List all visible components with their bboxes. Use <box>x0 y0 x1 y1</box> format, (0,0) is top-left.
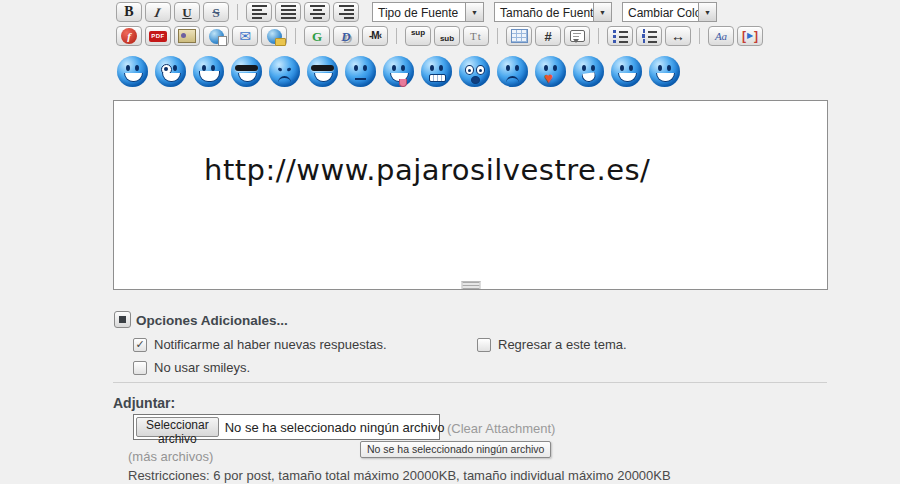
font-size-select[interactable]: Tamaño de Fuente▼ <box>494 2 612 22</box>
collapse-toggle-icon[interactable] <box>114 311 131 328</box>
return-to-topic-option: Regresar a este tema. <box>477 337 627 352</box>
teletype-button[interactable]: Tt <box>463 26 489 46</box>
toolbar-separator <box>497 28 498 44</box>
smiley-grin-icon[interactable] <box>231 56 262 87</box>
toolbar-separator <box>598 28 599 44</box>
smiley-mouth <box>238 73 257 82</box>
sunglasses <box>311 65 334 71</box>
quote-icon <box>570 30 585 42</box>
smiley-eye <box>363 65 367 71</box>
pdf-button[interactable]: PDF <box>145 26 171 46</box>
flash-button[interactable]: f <box>116 26 142 46</box>
smiley-mouth <box>199 71 220 82</box>
image-button[interactable] <box>174 26 200 46</box>
glow-icon: G <box>312 30 322 43</box>
smiley-embarrassed-icon[interactable] <box>573 56 604 87</box>
table-button[interactable] <box>506 26 532 46</box>
sunglasses <box>235 65 258 71</box>
email-button[interactable]: ✉ <box>232 26 258 46</box>
smiley-eye <box>515 65 519 71</box>
align-left-button[interactable] <box>246 2 272 22</box>
smiley-kiss-icon[interactable]: ♥ <box>535 56 566 87</box>
toggle-view-icon: ▶ <box>742 30 758 42</box>
smiley-eye <box>465 65 474 75</box>
shadow-button[interactable]: D <box>333 26 359 46</box>
quote-button[interactable] <box>564 26 590 46</box>
sup-button[interactable]: sup <box>405 26 431 46</box>
smiley-eye <box>658 65 662 71</box>
sup-icon: sup <box>411 29 425 37</box>
smiley-smiley-icon[interactable] <box>117 56 148 87</box>
smiley-eye <box>439 65 443 71</box>
underline-button[interactable]: U <box>174 2 200 22</box>
teletype-icon: Tt <box>470 31 482 42</box>
toggle-view-button[interactable]: ▶ <box>737 26 763 46</box>
dropdown-arrow-icon[interactable]: ▼ <box>593 3 611 21</box>
resize-grip[interactable] <box>461 281 480 289</box>
smiley-mouth <box>355 75 366 80</box>
font-color-select[interactable]: Cambiar Color▼ <box>622 2 717 22</box>
notify-checkbox[interactable]: ✓ <box>133 338 147 352</box>
additional-options-title: Opciones Adicionales... <box>136 313 288 328</box>
smiley-shocked-icon[interactable] <box>459 56 490 87</box>
toolbar-separator <box>396 28 397 44</box>
smiley-mouth <box>656 73 675 82</box>
smiley-eye <box>135 65 139 71</box>
attach-title: Adjuntar: <box>113 395 175 411</box>
align-right-button[interactable] <box>333 2 359 22</box>
unordered-list-button[interactable] <box>607 26 633 46</box>
link-button[interactable] <box>203 26 229 46</box>
underline-icon: U <box>182 6 191 19</box>
smiley-sad-icon[interactable] <box>497 56 528 87</box>
smiley-mouth <box>618 73 637 82</box>
marquee-icon: -M‹ <box>369 31 381 41</box>
smiley-eye <box>287 67 292 71</box>
smiley-grimace-icon[interactable] <box>421 56 452 87</box>
ftp-button[interactable] <box>261 26 287 46</box>
strikethrough-button[interactable]: S <box>203 2 229 22</box>
smiley-smile2-icon[interactable] <box>649 56 680 87</box>
glow-button[interactable]: G <box>304 26 330 46</box>
select-file-button[interactable]: Seleccionar archivo <box>136 417 219 437</box>
smiley-cheesy-icon[interactable] <box>193 56 224 87</box>
smiley-eye <box>667 65 671 71</box>
smiley-eye <box>582 65 586 71</box>
ftp-icon <box>267 29 282 44</box>
smiley-cool-icon[interactable] <box>307 56 338 87</box>
ordered-list-button[interactable] <box>636 26 662 46</box>
message-textarea[interactable]: http://www.pajarosilvestre.es/ <box>113 100 828 290</box>
toolbar-separator <box>699 28 700 44</box>
file-input[interactable]: Seleccionar archivo No se ha seleccionad… <box>133 414 440 440</box>
smiley-eye <box>126 65 130 71</box>
return-to-topic-checkbox[interactable] <box>477 338 491 352</box>
dropdown-arrow-icon[interactable]: ▼ <box>698 3 716 21</box>
smiley-wink-icon[interactable] <box>155 56 186 87</box>
bold-button[interactable]: B <box>116 2 142 22</box>
attach-restrictions-text: Restricciones: 6 por post, tamaño total … <box>128 468 671 483</box>
horizontal-rule-button[interactable]: ↔ <box>665 26 691 46</box>
email-icon: ✉ <box>239 29 251 43</box>
align-justify-button[interactable] <box>275 2 301 22</box>
smiley-eye <box>401 65 405 71</box>
smiley-eye <box>591 65 595 71</box>
clear-attachment-link[interactable]: (Clear Attachment) <box>447 421 555 436</box>
smiley-angry-icon[interactable] <box>269 56 300 87</box>
align-center-button[interactable] <box>304 2 330 22</box>
more-files-link[interactable]: (más archivos) <box>128 449 213 464</box>
no-smileys-label: No usar smileys. <box>154 360 250 375</box>
dropdown-arrow-icon[interactable]: ▼ <box>465 3 483 21</box>
italic-button[interactable]: I <box>145 2 171 22</box>
unformat-button[interactable]: Aa <box>708 26 734 46</box>
pdf-icon: PDF <box>149 31 167 42</box>
marquee-button[interactable]: -M‹ <box>362 26 388 46</box>
unordered-list-icon <box>613 29 628 43</box>
smiley-undecided-icon[interactable] <box>345 56 376 87</box>
code-button[interactable]: # <box>535 26 561 46</box>
smiley-happy-icon[interactable] <box>611 56 642 87</box>
message-text: http://www.pajarosilvestre.es/ <box>204 153 827 187</box>
sub-button[interactable]: sub <box>434 26 460 46</box>
smiley-tongue-icon[interactable] <box>383 56 414 87</box>
no-smileys-checkbox[interactable] <box>133 361 147 375</box>
font-family-select[interactable]: Tipo de Fuente▼ <box>372 2 484 22</box>
smiley-mouth <box>278 76 291 83</box>
